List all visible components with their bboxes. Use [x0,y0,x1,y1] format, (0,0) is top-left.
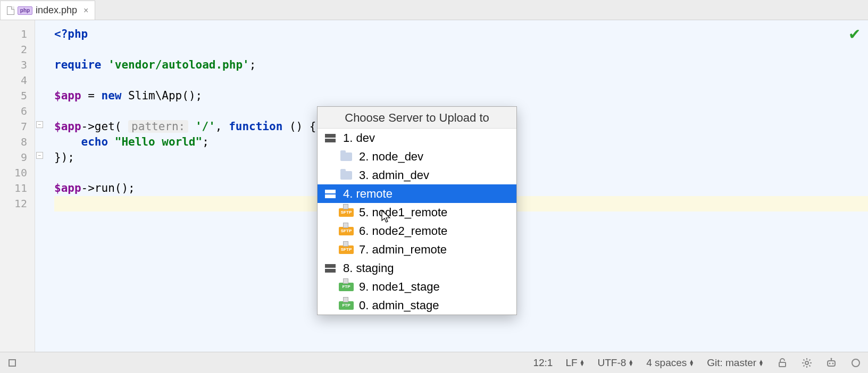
ftp-icon: FTP [339,301,354,310]
inspection-ok-icon[interactable]: ✔ [848,26,861,43]
close-icon[interactable]: × [84,6,88,15]
server-item-label: 5. node1_remote [359,206,447,219]
svg-point-12 [832,362,834,364]
server-item-label: 9. node1_stage [359,280,440,294]
server-item-label: 8. staging [343,261,394,275]
git-branch[interactable]: Git: master▲▼ [707,357,764,369]
code-token: echo [81,135,108,148]
server-icon [323,189,338,199]
php-icon: php [18,6,32,15]
code-token: = [81,89,102,102]
server-icon [323,264,338,273]
fold-gutter: − − [35,20,54,352]
server-item-label: 6. node2_remote [359,224,447,238]
svg-line-9 [809,359,811,360]
line-number-gutter: 1 2 3 4 5 6 7 8 9 10 11 12 [0,20,35,352]
code-token: ; [249,58,256,71]
code-token: , [215,120,229,133]
code-token: require [54,58,102,71]
line-number[interactable]: 9 [0,150,35,165]
tool-window-toggle-icon[interactable] [6,359,18,367]
svg-rect-0 [779,362,786,367]
line-number[interactable]: 7 [0,119,35,134]
line-number[interactable]: 1 [0,27,35,42]
svg-line-7 [809,365,811,366]
server-list-item[interactable]: SFTP6. node2_remote [318,222,516,240]
code-token: 'vendor/autoload.php' [108,58,249,71]
gear-icon[interactable] [801,358,813,368]
code-token [54,135,81,148]
fold-expand-icon[interactable]: − [36,152,43,159]
server-item-label: 0. admin_stage [359,299,439,312]
folder-icon [339,171,354,180]
popup-title: Choose Server to Upload to [318,107,516,129]
code-token: <?php [54,28,88,40]
server-list-item[interactable]: 4. remote [318,184,516,203]
status-bar: 12:1 LF▲▼ UTF-8▲▼ 4 spaces▲▼ Git: master… [0,352,868,373]
ai-assistant-icon[interactable] [825,358,837,368]
svg-point-11 [829,362,831,364]
server-item-label: 2. node_dev [359,150,423,164]
server-list-item[interactable]: 2. node_dev [318,147,516,166]
server-upload-popup: Choose Server to Upload to 1. dev2. node… [317,106,517,315]
line-number[interactable]: 6 [0,104,35,119]
server-item-label: 4. remote [343,187,393,201]
code-token: ; [202,135,209,148]
code-token: ->run(); [81,182,135,194]
code-token: $app [54,182,81,194]
svg-point-14 [831,358,832,359]
fold-collapse-icon[interactable]: − [36,121,43,128]
indent-settings[interactable]: 4 spaces▲▼ [646,357,694,369]
code-token: $app [54,89,81,102]
line-number[interactable]: 4 [0,73,35,88]
server-item-label: 7. admin_remote [359,243,447,257]
code-token: $app [54,120,81,133]
server-list-item[interactable]: FTP0. admin_stage [318,296,516,315]
server-list-item[interactable]: 3. admin_dev [318,166,516,184]
code-token: new [102,89,122,102]
server-list-item[interactable]: 8. staging [318,259,516,277]
file-encoding[interactable]: UTF-8▲▼ [598,357,634,369]
folder-icon [339,152,354,162]
lens-icon[interactable] [850,359,862,367]
server-list-item[interactable]: 1. dev [318,129,516,147]
server-list-item[interactable]: SFTP7. admin_remote [318,240,516,259]
tab-filename: index.php [36,5,77,16]
sftp-icon: SFTP [339,226,354,236]
line-number[interactable]: 10 [0,165,35,181]
line-number[interactable]: 11 [0,181,35,196]
sftp-icon: SFTP [339,208,354,217]
unlock-icon[interactable] [777,358,788,368]
svg-point-1 [805,361,808,364]
line-number[interactable]: 2 [0,42,35,57]
inline-hint: pattern: [128,120,188,133]
line-number[interactable]: 3 [0,57,35,73]
line-number[interactable]: 5 [0,88,35,104]
code-token: () { [282,120,316,133]
code-token: }); [54,151,74,164]
server-icon [323,133,338,143]
code-token: ->get( [81,120,129,133]
svg-rect-10 [828,361,835,366]
server-item-label: 3. admin_dev [359,168,429,182]
line-number[interactable]: 8 [0,134,35,150]
sftp-icon: SFTP [339,245,354,255]
code-token: "Hello world" [108,135,202,148]
line-number[interactable]: 12 [0,196,35,211]
server-item-label: 1. dev [343,131,375,145]
server-list-item[interactable]: SFTP5. node1_remote [318,203,516,222]
editor-tab[interactable]: php index.php × [0,1,95,20]
editor-tab-bar: php index.php × [0,0,868,20]
server-list: 1. dev2. node_dev3. admin_dev4. remoteSF… [318,129,516,315]
cursor-position[interactable]: 12:1 [533,357,553,369]
code-token: function [229,120,282,133]
server-list-item[interactable]: FTP9. node1_stage [318,277,516,296]
ftp-icon: FTP [339,282,354,292]
svg-line-6 [804,359,805,360]
code-token: '/' [188,120,215,133]
svg-line-8 [804,365,805,366]
file-icon [7,6,14,15]
line-separator[interactable]: LF▲▼ [565,357,585,369]
code-token: Slim\App(); [121,89,202,102]
